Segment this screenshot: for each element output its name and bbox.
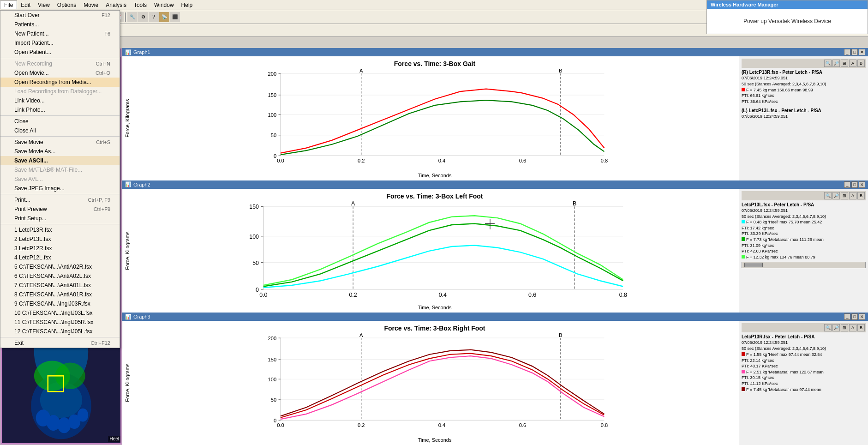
graph3-side-zoom-out[interactable]: 🔎: [832, 324, 840, 331]
graph3-maximize[interactable]: □: [851, 313, 858, 320]
menu-print-setup[interactable]: Print Setup...: [0, 214, 120, 223]
graph1-minimize[interactable]: _: [844, 49, 850, 55]
menu-recent-12[interactable]: 12 C:\TEKSCAN\...\InglJ05L.fsx: [0, 327, 120, 336]
menu-open-patient[interactable]: Open Patient...: [0, 48, 120, 57]
graph2-scrollbar-thumb[interactable]: [744, 263, 763, 267]
menu-recent-5[interactable]: 5 C:\TEKSCAN\...\AntiA02R.fsx: [0, 262, 120, 271]
menu-recent-11[interactable]: 11 C:\TEKSCAN\...\InglJ05R.fsx: [0, 318, 120, 327]
menu-recent-2[interactable]: 2 LetcP13L.fsx: [0, 235, 120, 244]
graph1-close[interactable]: ✕: [859, 49, 865, 55]
svg-text:0.0: 0.0: [259, 291, 267, 298]
svg-text:0.8: 0.8: [601, 158, 608, 163]
graph3-side-a[interactable]: A: [849, 324, 856, 331]
menu-save-movie[interactable]: Save Movie Ctrl+S: [0, 138, 120, 147]
menu-recent-6[interactable]: 6 C:\TEKSCAN\...\AntiA02L.fsx: [0, 271, 120, 281]
menu-patients[interactable]: Patients...: [0, 20, 120, 29]
graph2-side-zoom[interactable]: 🔍: [824, 192, 832, 199]
menu-print-preview[interactable]: Print Preview Ctrl+F9: [0, 204, 120, 214]
graph2-controls: _ □ ✕: [844, 181, 865, 188]
graph1-side-date2: 07/06/2019 12:24:59.051: [742, 114, 866, 119]
menu-open-movie[interactable]: Open Movie... Ctrl+O: [0, 68, 120, 78]
menu-recent-10[interactable]: 10 C:\TEKSCAN\...\InglJ03L.fsx: [0, 308, 120, 318]
menu-recent-7[interactable]: 7 C:\TEKSCAN\...\AntiA01L.fsx: [0, 281, 120, 290]
graph2-side-a[interactable]: A: [849, 192, 856, 199]
menu-new-patient[interactable]: New Patient... F6: [0, 29, 120, 38]
graph2-side-date: 07/06/2019 12:24:59.051: [742, 208, 866, 213]
menu-save-jpeg[interactable]: Save JPEG Image...: [0, 184, 120, 193]
graph1-y-label: Force, Kilograms: [122, 60, 132, 177]
graph2-side-grid[interactable]: ⊞: [841, 192, 848, 199]
graph2-title-label: Graph2: [133, 182, 150, 187]
graph2-side: 🔍 🔎 ⊞ A B LetcP13L.fsx - Peter Letch - P…: [739, 189, 868, 313]
menu-recent-1[interactable]: 1 LetcP13R.fsx: [0, 225, 120, 235]
menu-start-over[interactable]: Start Over F12: [0, 11, 120, 20]
graph2-chart-title: Force vs. Time: 3-Box Left Foot: [132, 192, 737, 200]
graph1-side-zoom[interactable]: 🔍: [824, 60, 832, 67]
graph2-minimize[interactable]: _: [844, 181, 850, 188]
graph2-maximize[interactable]: □: [851, 181, 858, 188]
graph3-side-b[interactable]: B: [857, 324, 865, 331]
graph2-side-b[interactable]: B: [857, 192, 865, 199]
toolbar-btn-12[interactable]: ?: [149, 12, 159, 22]
graph2-side-info: 50 sec (Stances Averaged: 2,3,4,5,6,7,8,…: [742, 214, 866, 260]
menu-open-recordings[interactable]: Open Recordings from Media...: [0, 78, 120, 87]
menu-close[interactable]: Close: [0, 117, 120, 126]
menu-options[interactable]: Options: [54, 1, 80, 9]
file-dropdown: Start Over F12 Patients... New Patient..…: [0, 10, 120, 348]
graph1-side-grid[interactable]: ⊞: [841, 60, 848, 67]
menu-window[interactable]: Window: [150, 1, 178, 9]
menu-recent-3[interactable]: 3 LetcP12R.fsx: [0, 244, 120, 253]
toolbar-btn-14[interactable]: ⬛: [170, 12, 180, 22]
graph2-close[interactable]: ✕: [859, 181, 865, 188]
svg-text:0.4: 0.4: [439, 291, 447, 298]
menu-load-recordings: Load Recordings from Datalogger...: [0, 87, 120, 96]
svg-text:150: 150: [268, 357, 277, 363]
menu-import-patient[interactable]: Import Patient...: [0, 38, 120, 48]
svg-text:A: A: [351, 201, 355, 207]
menu-link-video[interactable]: Link Video...: [0, 96, 120, 105]
toolbar-btn-10[interactable]: 🔧: [127, 12, 138, 22]
menu-link-photo[interactable]: Link Photo...: [0, 105, 120, 114]
graph1-maximize[interactable]: □: [851, 49, 858, 55]
menu-edit[interactable]: Edit: [17, 1, 34, 9]
menu-view[interactable]: View: [34, 1, 54, 9]
svg-text:0: 0: [274, 153, 276, 159]
svg-text:0.6: 0.6: [519, 158, 526, 163]
menu-sep-2: [0, 115, 120, 116]
graph1-side-a[interactable]: A: [849, 60, 856, 67]
toolbar-btn-11[interactable]: ⚙: [138, 12, 148, 22]
menu-movie[interactable]: Movie: [80, 1, 102, 9]
svg-text:200: 200: [268, 71, 277, 77]
menu-close-all[interactable]: Close All: [0, 126, 120, 135]
menu-recent-4[interactable]: 4 LetcP12L.fsx: [0, 253, 120, 262]
menu-save-ascii[interactable]: Save ASCII...: [0, 156, 120, 165]
menu-save-avl: Save AVL...: [0, 174, 120, 184]
graph1-window: 📊 Graph1 _ □ ✕ Force, Kilograms Force vs…: [122, 48, 868, 180]
graph2-side-scrollbar[interactable]: [742, 262, 866, 268]
graph3-minimize[interactable]: _: [844, 313, 850, 320]
menu-recent-9[interactable]: 9 C:\TEKSCAN\...\InglJ03R.fsx: [0, 299, 120, 308]
toolbar-btn-13[interactable]: 📡: [159, 12, 169, 22]
graph1-side-zoom-out[interactable]: 🔎: [832, 60, 840, 67]
graph3-side-grid[interactable]: ⊞: [841, 324, 848, 331]
menu-analysis[interactable]: Analysis: [102, 1, 130, 9]
graph3-side-zoom[interactable]: 🔍: [824, 324, 832, 331]
svg-text:150: 150: [249, 204, 259, 210]
graph3-close[interactable]: ✕: [859, 313, 865, 320]
svg-text:0.4: 0.4: [438, 158, 445, 163]
graph1-side-b[interactable]: B: [857, 60, 865, 67]
main-area: 📊 LetcP13R.fsx - Pet... _ □ ✕ Right: [0, 48, 868, 445]
menu-exit[interactable]: Exit Ctrl+F12: [0, 338, 120, 348]
menu-save-movie-as[interactable]: Save Movie As...: [0, 147, 120, 156]
graph3-svg-container: Force vs. Time: 3-Box Right Foot 200 150…: [132, 325, 737, 441]
menu-print[interactable]: Print... Ctrl+P, F9: [0, 195, 120, 204]
menu-tools[interactable]: Tools: [130, 1, 150, 9]
menu-file[interactable]: File: [0, 0, 17, 9]
graph1-controls: _ □ ✕: [844, 49, 865, 55]
menu-help[interactable]: Help: [178, 1, 197, 9]
graph2-side-zoom-out[interactable]: 🔎: [832, 192, 840, 199]
graph1-title-bar: 📊 Graph1 _ □ ✕: [122, 48, 868, 56]
svg-text:0.6: 0.6: [528, 291, 536, 298]
menu-recent-8[interactable]: 8 C:\TEKSCAN\...\AntiA01R.fsx: [0, 290, 120, 299]
graph1-side-info: 50 sec (Stances Averaged: 2,3,4,5,6,7,8,…: [742, 81, 866, 104]
